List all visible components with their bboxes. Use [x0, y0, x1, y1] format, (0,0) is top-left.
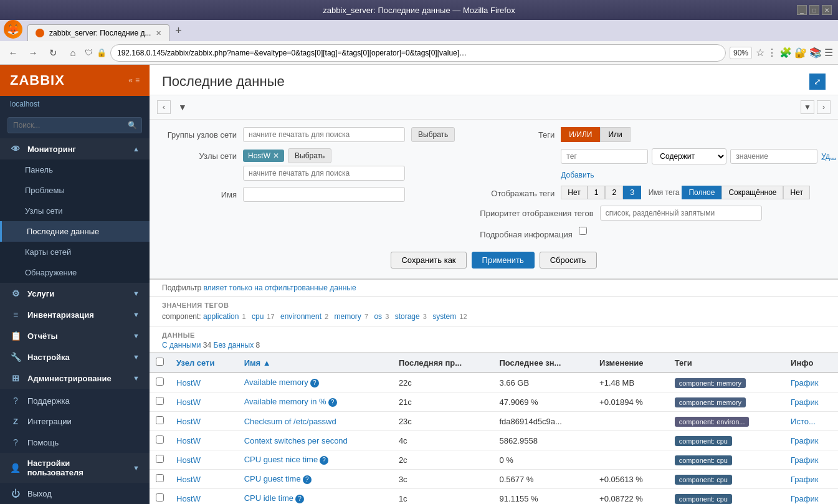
host-sort-link[interactable]: Узел сети [176, 358, 214, 368]
ext-icon[interactable]: 🧩 [779, 47, 792, 59]
help-icon-1[interactable]: ? [310, 379, 319, 388]
row-cb-5[interactable] [156, 455, 164, 463]
reset-btn[interactable]: Сбросить [540, 252, 597, 269]
info-link-4[interactable]: График [791, 436, 818, 445]
info-link-1[interactable]: График [791, 378, 818, 388]
tag-environment[interactable]: environment [280, 312, 321, 321]
sidebar-item-help[interactable]: ? Помощь [0, 432, 150, 453]
tag-remove-link[interactable]: Уд... [821, 152, 836, 161]
short-btn[interactable]: Сокращённое [721, 186, 783, 199]
menu-icon[interactable]: ⋮ [767, 47, 777, 59]
address-bar[interactable] [110, 44, 726, 62]
tag-badge-6[interactable]: component: cpu [675, 475, 732, 485]
tag-badge-5[interactable]: component: cpu [675, 455, 732, 465]
filter-back-btn[interactable]: ‹ [157, 100, 171, 114]
tag-application[interactable]: application [203, 312, 239, 321]
info-link-3[interactable]: Исто... [791, 417, 816, 426]
menu-toggle-icon[interactable]: ≡ [135, 76, 140, 85]
row-cb-1[interactable] [156, 378, 164, 386]
ext-icon3[interactable]: 📚 [809, 47, 822, 59]
tag-badge-4[interactable]: component: cpu [675, 436, 732, 446]
sidebar-item-settings[interactable]: 🔧 Настройка ▼ [0, 346, 150, 368]
sidebar-item-monitoring[interactable]: 👁 Мониторинг ▲ [0, 138, 150, 159]
host-link-6[interactable]: HostW [176, 475, 201, 484]
full-btn[interactable]: Полное [682, 186, 721, 199]
host-link-1[interactable]: HostW [176, 378, 201, 388]
sidebar-search-input[interactable] [7, 117, 142, 133]
sidebar-item-dashboard[interactable]: Панель [0, 159, 150, 180]
sidebar-item-problems[interactable]: Проблемы [0, 180, 150, 201]
sidebar-item-admin[interactable]: ⊞ Администрирование ▼ [0, 368, 150, 389]
row-cb-4[interactable] [156, 435, 164, 444]
sidebar-item-discovery[interactable]: Обнаружение [0, 262, 150, 283]
sidebar-item-user-settings[interactable]: 👤 Настройки пользователя ▼ [0, 453, 150, 483]
name-input[interactable] [243, 187, 405, 202]
tags-or-btn[interactable]: Или [600, 127, 630, 142]
sidebar-item-reports[interactable]: 📋 Отчёты ▼ [0, 325, 150, 346]
sidebar-item-hosts[interactable]: Узлы сети [0, 201, 150, 221]
tag-cpu[interactable]: cpu [252, 312, 264, 321]
add-tag-link[interactable]: Добавить [561, 171, 594, 179]
item-link-1[interactable]: Available memory [244, 378, 308, 387]
help-icon-6[interactable]: ? [303, 475, 312, 484]
back-btn[interactable]: ← [5, 45, 21, 61]
tab-close[interactable]: ✕ [156, 29, 161, 37]
help-icon-5[interactable]: ? [320, 456, 328, 465]
tag-storage[interactable]: storage [395, 312, 420, 321]
apply-btn[interactable]: Применить [472, 252, 535, 269]
help-icon-2[interactable]: ? [328, 398, 337, 407]
expand-btn[interactable]: ⤢ [809, 74, 826, 90]
tag-memory[interactable]: memory [335, 312, 361, 321]
active-tab[interactable]: zabbix_server: Последние д... ✕ [27, 24, 169, 41]
data-without-link[interactable]: Без данных [214, 341, 254, 349]
row-cb-6[interactable] [156, 474, 164, 482]
tag-badge-2[interactable]: component: memory [675, 397, 746, 407]
select-all-checkbox[interactable] [156, 358, 164, 366]
item-link-5[interactable]: CPU guest nice time [244, 455, 318, 464]
subfilter-link[interactable]: влияет только на отфильтрованные данные [203, 283, 356, 292]
collapse-icon[interactable]: « [128, 76, 133, 85]
tag-badge-3[interactable]: component: environ... [675, 417, 750, 427]
sidebar-item-integrations[interactable]: Z Интеграции [0, 411, 150, 432]
new-tab-btn[interactable]: + [169, 22, 187, 39]
item-link-6[interactable]: CPU guest time [244, 474, 301, 483]
sidebar-item-services[interactable]: ⚙ Услуги ▼ [0, 283, 150, 304]
save-as-btn[interactable]: Сохранить как [391, 252, 466, 269]
data-with-link[interactable]: С данными [162, 341, 201, 349]
info-link-2[interactable]: График [791, 397, 818, 407]
tag-badge-1[interactable]: component: memory [675, 378, 746, 388]
display-2-btn[interactable]: 2 [605, 186, 623, 199]
hosts-select-btn[interactable]: Выбрать [288, 148, 331, 163]
sidebar-item-logout[interactable]: ⏻ Выход [0, 483, 150, 504]
close-btn[interactable]: ✕ [822, 5, 832, 15]
priority-input[interactable] [600, 206, 762, 221]
host-link-3[interactable]: HostW [176, 417, 201, 426]
name-sort-link[interactable]: Имя ▲ [244, 358, 271, 368]
filter-forward-btn[interactable]: › [817, 100, 831, 114]
home-btn[interactable]: ⌂ [65, 45, 81, 61]
minimize-btn[interactable]: _ [797, 5, 807, 15]
item-link-7[interactable]: CPU idle time [244, 493, 293, 503]
bookmark-icon[interactable]: ☆ [756, 47, 764, 59]
row-cb-3[interactable] [156, 416, 164, 424]
tag-input[interactable] [561, 149, 648, 164]
info-link-5[interactable]: График [791, 455, 818, 465]
hostgroups-input[interactable] [243, 127, 405, 142]
info-link-7[interactable]: График [791, 494, 818, 503]
sidebar-item-maps[interactable]: Карты сетей [0, 242, 150, 262]
hosts-input[interactable] [243, 166, 405, 181]
host-link-7[interactable]: HostW [176, 494, 201, 503]
row-cb-7[interactable] [156, 493, 164, 502]
tags-and-btn[interactable]: И/ИЛИ [561, 127, 600, 142]
host-tag-remove[interactable]: ✕ [273, 151, 279, 160]
detail-checkbox[interactable] [579, 227, 587, 235]
tag-badge-7[interactable]: component: cpu [675, 494, 732, 504]
none2-btn[interactable]: Нет [783, 186, 809, 199]
forward-btn[interactable]: → [25, 45, 41, 61]
filter-icon-btn[interactable]: ▼ [176, 100, 189, 114]
tag-os[interactable]: os [374, 312, 382, 321]
zoom-badge[interactable]: 90% [730, 47, 752, 59]
sidebar-item-support[interactable]: ? Поддержка [0, 390, 150, 411]
tag-value-input[interactable] [730, 149, 817, 164]
display-3-btn[interactable]: 3 [623, 186, 641, 199]
